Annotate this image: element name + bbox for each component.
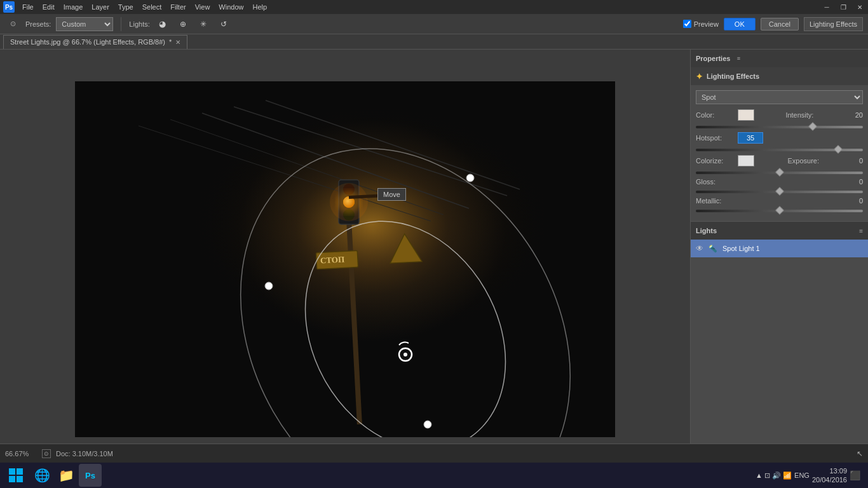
hotspot-row: Hotspot: bbox=[696, 132, 863, 144]
scene-svg: СТОП bbox=[75, 81, 615, 437]
intensity-track bbox=[696, 126, 863, 128]
ok-button[interactable]: OK bbox=[724, 18, 756, 30]
clock-date: 20/04/2016 bbox=[812, 475, 847, 484]
svg-text:СТОП: СТОП bbox=[320, 254, 345, 265]
properties-expand-button[interactable]: ≡ bbox=[734, 54, 743, 63]
preset-dropdown[interactable]: Custom bbox=[56, 17, 113, 31]
lighting-effects-content: Spot Color: Intensity: 20 Hotspot: bbox=[691, 85, 868, 221]
start-button[interactable] bbox=[3, 464, 29, 487]
svg-point-24 bbox=[424, 421, 431, 428]
language-indicator: ENG bbox=[794, 471, 810, 479]
spot-light-icon: 🔦 bbox=[709, 245, 717, 253]
metallic-label: Metallic: bbox=[696, 197, 734, 205]
app-icon: Ps bbox=[3, 1, 15, 13]
exposure-slider[interactable] bbox=[696, 170, 863, 175]
spot-light-name: Spot Light 1 bbox=[722, 245, 760, 252]
street-scene: СТОП bbox=[75, 81, 615, 437]
document-tab[interactable]: Street Lights.jpg @ 66.7% (Light Effects… bbox=[3, 35, 187, 49]
taskbar-right: ▲ ⊡ 🔊 📶 ENG 13:09 20/04/2016 ⬛ bbox=[756, 466, 865, 485]
hotspot-input[interactable] bbox=[738, 132, 763, 144]
reset-light-button[interactable]: ↺ bbox=[216, 17, 231, 32]
svg-point-18 bbox=[175, 89, 615, 437]
cancel-button[interactable]: Cancel bbox=[761, 18, 799, 30]
zoom-display: 66.67% bbox=[5, 450, 37, 458]
taskbar-clock: 13:09 20/04/2016 bbox=[812, 466, 847, 485]
preview-label[interactable]: Preview bbox=[694, 20, 719, 28]
lighting-effects-section: ✦ Lighting Effects Spot Color: Intensity… bbox=[691, 67, 868, 222]
menu-edit[interactable]: Edit bbox=[39, 2, 58, 12]
add-spot-light-button[interactable]: ◕ bbox=[155, 17, 170, 32]
chrome-icon[interactable]: 🌐 bbox=[31, 464, 53, 487]
metallic-row: Metallic: 0 bbox=[696, 197, 863, 205]
svg-point-21 bbox=[403, 353, 407, 356]
hotspot-slider[interactable] bbox=[696, 147, 863, 152]
tab-filename: Street Lights.jpg @ 66.7% (Light Effects… bbox=[10, 38, 165, 46]
windows-logo-icon bbox=[8, 468, 24, 483]
light-icon-1[interactable]: ⊕ bbox=[175, 17, 191, 32]
svg-point-13 bbox=[330, 183, 368, 221]
gloss-slider[interactable] bbox=[696, 189, 863, 194]
svg-point-12 bbox=[337, 191, 360, 214]
tab-close-button[interactable]: ✕ bbox=[175, 39, 180, 46]
main-layout: СТОП bbox=[0, 50, 868, 469]
canvas-container: СТОП bbox=[75, 81, 615, 437]
menu-file[interactable]: File bbox=[18, 2, 37, 12]
menu-layer[interactable]: Layer bbox=[88, 2, 113, 12]
color-intensity-row: Color: Intensity: 20 bbox=[696, 109, 863, 121]
light-type-dropdown[interactable]: Spot bbox=[696, 90, 863, 104]
hotspot-thumb[interactable] bbox=[833, 145, 842, 154]
tab-bar: Street Lights.jpg @ 66.7% (Light Effects… bbox=[0, 34, 868, 50]
svg-rect-15 bbox=[316, 250, 358, 269]
svg-rect-26 bbox=[9, 468, 15, 475]
exposure-thumb[interactable] bbox=[775, 168, 783, 177]
lighting-effects-label: Lighting Effects bbox=[804, 17, 863, 31]
metallic-thumb[interactable] bbox=[775, 206, 783, 215]
exposure-value: 0 bbox=[859, 157, 863, 165]
file-explorer-icon[interactable]: 📁 bbox=[55, 464, 78, 487]
svg-rect-28 bbox=[9, 476, 15, 482]
color-swatch[interactable] bbox=[738, 109, 754, 121]
menu-type[interactable]: Type bbox=[114, 2, 137, 12]
preview-checkbox[interactable] bbox=[683, 20, 691, 28]
zoom-icon[interactable]: ⊙ bbox=[42, 449, 51, 458]
canvas-area[interactable]: СТОП bbox=[0, 50, 690, 469]
lights-expand-icon[interactable]: ≡ bbox=[859, 227, 863, 234]
color-label: Color: bbox=[696, 111, 734, 119]
restore-button[interactable]: ❐ bbox=[835, 0, 851, 14]
properties-title: Properties bbox=[696, 55, 730, 62]
menu-help[interactable]: Help bbox=[248, 2, 271, 12]
show-desktop-button[interactable]: ⬛ bbox=[850, 470, 860, 480]
svg-rect-0 bbox=[75, 81, 615, 437]
gloss-row: Gloss: 0 bbox=[696, 178, 863, 186]
svg-point-20 bbox=[399, 348, 412, 361]
photoshop-taskbar-icon[interactable]: Ps bbox=[79, 464, 102, 487]
menu-view[interactable]: View bbox=[191, 2, 214, 12]
intensity-label: Intensity: bbox=[785, 111, 824, 119]
metallic-slider[interactable] bbox=[696, 208, 863, 214]
light-icon-2[interactable]: ✳ bbox=[196, 17, 211, 32]
intensity-value: 20 bbox=[855, 111, 863, 119]
lighting-effects-title: Lighting Effects bbox=[707, 72, 759, 80]
colorize-exposure-row: Colorize: Exposure: 0 bbox=[696, 155, 863, 166]
svg-rect-14 bbox=[349, 194, 381, 199]
svg-rect-29 bbox=[17, 476, 23, 482]
gloss-thumb[interactable] bbox=[775, 187, 783, 196]
menu-select[interactable]: Select bbox=[139, 2, 166, 12]
svg-point-22 bbox=[466, 174, 474, 182]
properties-header: Properties ≡ bbox=[691, 50, 868, 67]
cursor-tool-icon[interactable]: ↖ bbox=[857, 449, 863, 458]
menu-image[interactable]: Image bbox=[60, 2, 87, 12]
menu-window[interactable]: Window bbox=[215, 2, 247, 12]
minimize-button[interactable]: ─ bbox=[818, 0, 835, 14]
eye-icon[interactable]: 👁 bbox=[696, 244, 703, 253]
intensity-slider[interactable] bbox=[696, 125, 863, 130]
toolbar: ⊙ Presets: Custom Lights: ◕ ⊕ ✳ ↺ Previe… bbox=[0, 14, 868, 34]
menu-filter[interactable]: Filter bbox=[166, 2, 189, 12]
spot-light-1-item[interactable]: 👁 🔦 Spot Light 1 bbox=[691, 240, 868, 257]
status-bar: 66.67% ⊙ Doc: 3.10M/3.10M ↖ bbox=[0, 444, 868, 463]
close-button[interactable]: ✕ bbox=[851, 0, 868, 14]
system-tray-icons: ▲ ⊡ 🔊 📶 bbox=[756, 471, 792, 480]
intensity-thumb[interactable] bbox=[808, 122, 817, 131]
colorize-swatch[interactable] bbox=[738, 155, 754, 166]
exposure-label: Exposure: bbox=[787, 157, 825, 165]
